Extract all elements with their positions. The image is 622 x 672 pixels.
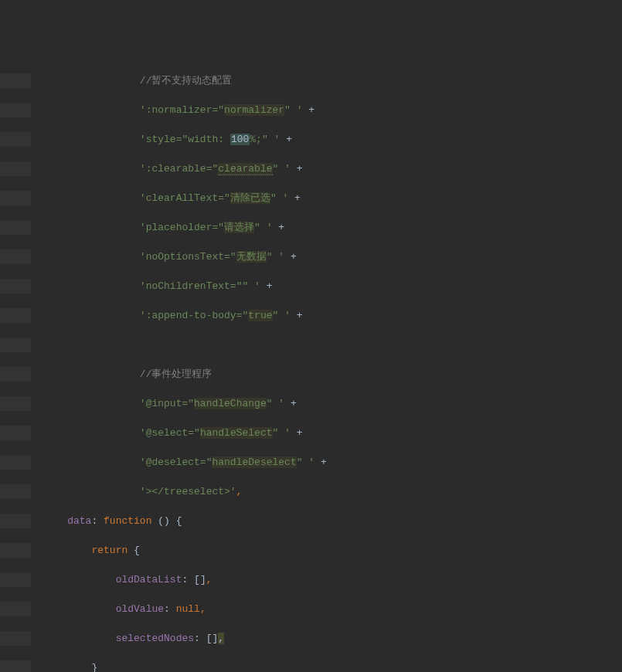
string-text: :normalizer= bbox=[146, 104, 219, 116]
operator-plus: + bbox=[288, 192, 301, 204]
operator-plus: + bbox=[280, 134, 292, 145]
keyword-return: return bbox=[91, 545, 127, 556]
prop-selectednodes: selectedNodes bbox=[116, 633, 194, 644]
string-quote: " bbox=[270, 192, 277, 204]
prop-data: data bbox=[67, 515, 91, 527]
keyword-function: function bbox=[104, 515, 151, 527]
string-text: placeholder= bbox=[146, 222, 219, 233]
space bbox=[127, 545, 134, 556]
string-text: style= bbox=[146, 134, 182, 145]
string-value: true bbox=[248, 310, 272, 321]
string-value: clearable bbox=[218, 163, 272, 175]
comma: , bbox=[206, 574, 212, 585]
string-quote: " bbox=[218, 222, 224, 233]
prop-oldvalue: oldValue bbox=[116, 603, 164, 615]
string-text: ></treeselect> bbox=[146, 486, 230, 497]
string-value: normalizer bbox=[224, 104, 284, 116]
keyword-null: null bbox=[176, 603, 200, 615]
string-quote: " bbox=[224, 192, 230, 204]
colon: : bbox=[91, 515, 104, 527]
string-text: :clearable= bbox=[146, 163, 212, 175]
operator-plus: + bbox=[284, 398, 297, 409]
string-value: handleChange bbox=[194, 398, 267, 409]
operator-plus: + bbox=[314, 456, 327, 468]
string-quote: " bbox=[267, 398, 273, 409]
string-end: ' bbox=[278, 427, 291, 439]
bracket-open: [ bbox=[194, 574, 200, 585]
string-quote: " bbox=[254, 222, 260, 233]
string-quote: ' bbox=[140, 427, 146, 439]
comma: , bbox=[236, 486, 243, 497]
operator-plus: + bbox=[260, 280, 273, 292]
brace-open: { bbox=[134, 545, 140, 556]
string-text: :append-to-body= bbox=[146, 310, 243, 321]
string-end: ' bbox=[277, 192, 289, 204]
string-text: noOptionsText= bbox=[146, 251, 230, 263]
string-quote: ' bbox=[140, 486, 146, 497]
string-quote: ' bbox=[140, 222, 146, 233]
operator-plus: + bbox=[291, 163, 303, 175]
operator-plus: + bbox=[303, 104, 315, 116]
brace-close: } bbox=[91, 662, 97, 672]
string-text: @select= bbox=[146, 427, 194, 439]
string-quote: " bbox=[262, 134, 268, 145]
prop-olddatalist: oldDataList bbox=[116, 574, 182, 585]
string-quote: " bbox=[218, 104, 224, 116]
string-quote: " bbox=[188, 398, 194, 409]
string-end: ' bbox=[278, 310, 291, 321]
brace-open: { bbox=[176, 515, 182, 527]
colon: : bbox=[164, 603, 176, 615]
comment: //事件处理程序 bbox=[140, 368, 212, 380]
comma: , bbox=[200, 603, 206, 615]
string-quote: ' bbox=[140, 163, 146, 175]
string-value: 清除已选 bbox=[230, 192, 270, 204]
string-text: @deselect= bbox=[146, 456, 206, 468]
string-quote: ' bbox=[140, 192, 146, 204]
css-unit: % bbox=[250, 134, 256, 145]
string-value: handleDeselect bbox=[212, 456, 296, 468]
string-value: handleSelect bbox=[200, 427, 273, 439]
css-number: 100 bbox=[230, 134, 250, 145]
string-quote: " bbox=[284, 104, 291, 116]
string-end: ' bbox=[260, 222, 273, 233]
paren-open: ( bbox=[158, 515, 164, 527]
semicolon: ; bbox=[256, 134, 262, 145]
operator-plus: + bbox=[273, 222, 285, 233]
string-quote: ' bbox=[140, 134, 146, 145]
string-end: ' bbox=[230, 486, 236, 497]
string-quote: ' bbox=[140, 280, 146, 292]
string-value: 无数据 bbox=[236, 251, 267, 263]
string-end: ' bbox=[272, 251, 284, 263]
css-prop: width bbox=[188, 134, 218, 145]
string-text: clearAllText= bbox=[146, 192, 224, 204]
string-quote: ' bbox=[140, 310, 146, 321]
string-text: @input= bbox=[146, 398, 189, 409]
string-end: ' bbox=[291, 104, 303, 116]
string-quote: " bbox=[230, 251, 236, 263]
string-end: ' bbox=[248, 280, 260, 292]
string-end: ' bbox=[273, 398, 285, 409]
string-quote: " bbox=[194, 427, 200, 439]
paren-close: ) bbox=[164, 515, 170, 527]
operator-plus: + bbox=[291, 427, 303, 439]
bracket-close: ] bbox=[200, 574, 206, 585]
operator-plus: + bbox=[291, 310, 303, 321]
colon: : bbox=[182, 574, 194, 585]
string-end: ' bbox=[268, 134, 280, 145]
string-quote: ' bbox=[140, 398, 146, 409]
string-value: 请选择 bbox=[224, 222, 254, 233]
code-editor[interactable]: //暂不支持动态配置 ':normalizer="normalizer" ' +… bbox=[0, 59, 622, 672]
string-quote: ' bbox=[140, 251, 146, 263]
colon: : bbox=[218, 134, 230, 145]
string-quote: ' bbox=[140, 104, 146, 116]
string-end: ' bbox=[303, 456, 315, 468]
operator-plus: + bbox=[284, 251, 297, 263]
string-end: ' bbox=[278, 163, 291, 175]
string-quote: " bbox=[297, 456, 303, 468]
space bbox=[170, 515, 176, 527]
colon: : bbox=[194, 633, 206, 644]
string-text: noChildrenText= bbox=[146, 280, 236, 292]
string-quote: ' bbox=[140, 456, 146, 468]
comment: //暂不支持动态配置 bbox=[140, 75, 233, 87]
warn-comma: , bbox=[218, 633, 224, 644]
